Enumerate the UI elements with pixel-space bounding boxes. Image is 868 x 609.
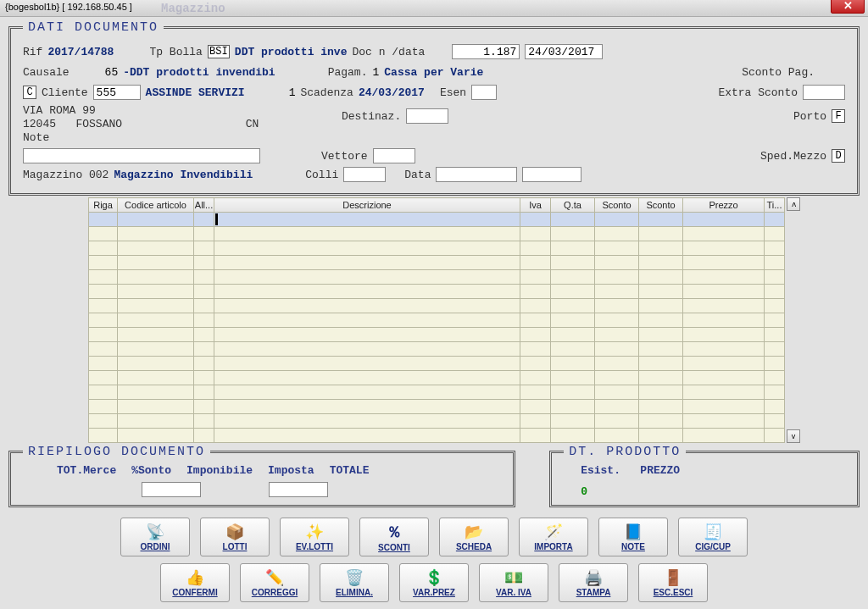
- grid-cell[interactable]: [765, 270, 785, 285]
- grid-cell[interactable]: [194, 371, 214, 385]
- grid-cell[interactable]: [595, 400, 639, 414]
- grid-cell[interactable]: [683, 400, 765, 414]
- grid-cell[interactable]: [683, 241, 765, 256]
- grid-cell[interactable]: [639, 285, 683, 299]
- grid-cell[interactable]: [520, 270, 551, 285]
- grid-cell[interactable]: [194, 256, 214, 270]
- grid-cell[interactable]: [551, 241, 595, 256]
- grid-cell[interactable]: [765, 371, 785, 385]
- grid-cell[interactable]: [595, 285, 639, 299]
- grid-cell[interactable]: [683, 328, 765, 342]
- tpbolla-code[interactable]: BSI: [208, 45, 230, 58]
- grid-cell[interactable]: [765, 241, 785, 256]
- sconti-button[interactable]: ％SCONTI: [359, 518, 429, 556]
- grid-cell[interactable]: [765, 299, 785, 313]
- grid-cell[interactable]: [214, 213, 520, 227]
- grid-cell[interactable]: [520, 357, 551, 371]
- grid-cell[interactable]: [683, 270, 765, 285]
- grid-cell[interactable]: [118, 429, 194, 443]
- grid-cell[interactable]: [551, 270, 595, 285]
- grid-cell[interactable]: [639, 342, 683, 357]
- grid-cell[interactable]: [639, 400, 683, 414]
- grid-cell[interactable]: [595, 299, 639, 313]
- grid-cell[interactable]: [520, 256, 551, 270]
- grid-cell[interactable]: [683, 313, 765, 328]
- grid-cell[interactable]: [639, 227, 683, 241]
- grid-cell[interactable]: [595, 227, 639, 241]
- grid-cell[interactable]: [118, 285, 194, 299]
- grid-cell[interactable]: [118, 328, 194, 342]
- grid-header[interactable]: Descrizione: [214, 198, 520, 213]
- grid-cell[interactable]: [595, 429, 639, 443]
- grid-cell[interactable]: [765, 213, 785, 227]
- grid-cell[interactable]: [683, 414, 765, 429]
- grid-cell[interactable]: [118, 342, 194, 357]
- grid-cell[interactable]: [214, 270, 520, 285]
- grid-cell[interactable]: [765, 414, 785, 429]
- grid-cell[interactable]: [520, 227, 551, 241]
- grid-cell[interactable]: [551, 371, 595, 385]
- grid-cell[interactable]: [765, 429, 785, 443]
- grid-cell[interactable]: [765, 285, 785, 299]
- grid-cell[interactable]: [194, 429, 214, 443]
- extra-sconto-field[interactable]: [803, 85, 845, 100]
- grid-cell[interactable]: [214, 227, 520, 241]
- grid-cell[interactable]: [194, 342, 214, 357]
- lotti-button[interactable]: 📦LOTTI: [200, 518, 270, 556]
- grid-cell[interactable]: [89, 371, 118, 385]
- grid-cell[interactable]: [683, 357, 765, 371]
- grid-cell[interactable]: [214, 285, 520, 299]
- grid-cell[interactable]: [595, 313, 639, 328]
- grid-cell[interactable]: [639, 270, 683, 285]
- grid-cell[interactable]: [520, 385, 551, 400]
- grid-cell[interactable]: [118, 385, 194, 400]
- grid-cell[interactable]: [118, 371, 194, 385]
- grid-cell[interactable]: [639, 241, 683, 256]
- grid-cell[interactable]: [118, 270, 194, 285]
- grid-cell[interactable]: [551, 342, 595, 357]
- grid-cell[interactable]: [683, 371, 765, 385]
- grid-cell[interactable]: [595, 270, 639, 285]
- grid-cell[interactable]: [520, 371, 551, 385]
- grid-cell[interactable]: [765, 313, 785, 328]
- grid-cell[interactable]: [765, 256, 785, 270]
- grid-cell[interactable]: [194, 241, 214, 256]
- close-button[interactable]: ✕: [831, 0, 865, 14]
- grid-cell[interactable]: [595, 414, 639, 429]
- grid-cell[interactable]: [214, 313, 520, 328]
- grid-cell[interactable]: [595, 328, 639, 342]
- grid-cell[interactable]: [639, 256, 683, 270]
- data-field2[interactable]: [522, 167, 581, 182]
- scroll-down-button[interactable]: v: [787, 429, 800, 443]
- grid-header[interactable]: Riga: [89, 198, 118, 213]
- grid-cell[interactable]: [595, 342, 639, 357]
- grid-cell[interactable]: [214, 342, 520, 357]
- grid-cell[interactable]: [551, 299, 595, 313]
- grid-cell[interactable]: [194, 414, 214, 429]
- tipo-code[interactable]: C: [23, 86, 36, 99]
- grid-cell[interactable]: [765, 342, 785, 357]
- destinaz-field[interactable]: [406, 108, 448, 124]
- grid-cell[interactable]: [595, 385, 639, 400]
- sped-value[interactable]: D: [832, 149, 845, 163]
- grid-cell[interactable]: [214, 385, 520, 400]
- grid-header[interactable]: Sconto: [595, 198, 639, 213]
- grid-cell[interactable]: [639, 429, 683, 443]
- colli-field[interactable]: [343, 167, 386, 182]
- grid-cell[interactable]: [118, 299, 194, 313]
- confermi-button[interactable]: 👍CONFERMI: [160, 563, 230, 602]
- grid-cell[interactable]: [89, 400, 118, 414]
- pct-sconto-field[interactable]: [142, 482, 201, 497]
- grid-cell[interactable]: [214, 429, 520, 443]
- grid-cell[interactable]: [520, 299, 551, 313]
- grid-cell[interactable]: [89, 285, 118, 299]
- grid-cell[interactable]: [765, 400, 785, 414]
- grid-cell[interactable]: [194, 385, 214, 400]
- grid-cell[interactable]: [551, 414, 595, 429]
- grid-cell[interactable]: [194, 400, 214, 414]
- grid-cell[interactable]: [595, 256, 639, 270]
- grid-cell[interactable]: [520, 285, 551, 299]
- grid-cell[interactable]: [520, 241, 551, 256]
- data-field[interactable]: [436, 167, 517, 182]
- grid-header[interactable]: Ti...: [765, 198, 785, 213]
